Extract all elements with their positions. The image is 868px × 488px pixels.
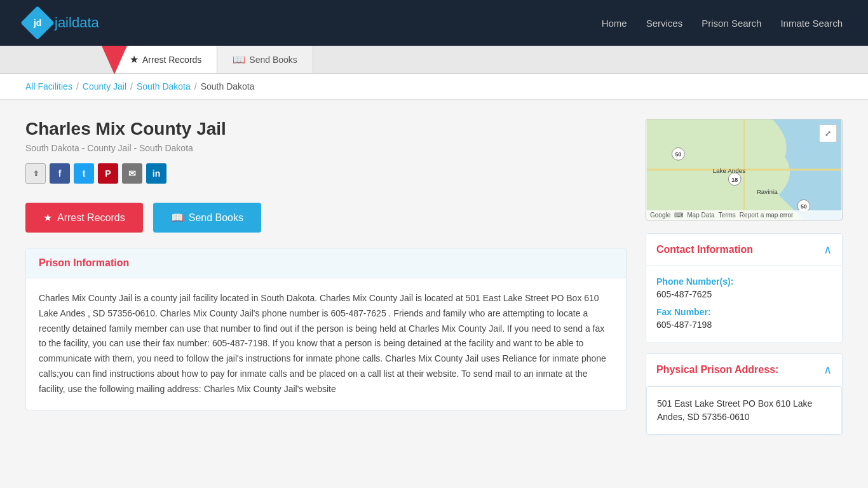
nav-item-prison-search[interactable]: Prison Search bbox=[702, 18, 761, 29]
main-content: Charles Mix County Jail South Dakota - C… bbox=[0, 100, 868, 454]
site-header: jd jaildata Home Services Prison Search … bbox=[0, 0, 868, 46]
address-collapse-icon[interactable]: ∧ bbox=[824, 363, 832, 377]
arrest-records-button-label: Arrest Records bbox=[57, 212, 125, 224]
main-nav: Home Services Prison Search Inmate Searc… bbox=[602, 18, 843, 29]
contact-title: Contact Information bbox=[656, 244, 753, 255]
nav-link-inmate-search[interactable]: Inmate Search bbox=[780, 18, 843, 29]
logo-initials: jd bbox=[34, 18, 41, 28]
svg-text:Lake Andes: Lake Andes bbox=[713, 167, 746, 174]
svg-text:50: 50 bbox=[801, 203, 807, 210]
prison-info-box: Prison Information Charles Mix County Ja… bbox=[25, 248, 627, 410]
nav-item-services[interactable]: Services bbox=[646, 18, 683, 29]
linkedin-icon[interactable]: in bbox=[146, 163, 166, 184]
tab-send-books[interactable]: 📖 Send Books bbox=[217, 46, 313, 73]
social-icons: ⇧ f t P ✉ in bbox=[25, 163, 627, 184]
facebook-icon[interactable]: f bbox=[50, 163, 70, 184]
right-column: 50 18 50 Lake Andes Ravinia YANKTON ⤢ Go… bbox=[646, 119, 843, 435]
tab-arrest-records-label: Arrest Records bbox=[142, 55, 201, 65]
map-svg: 50 18 50 Lake Andes Ravinia YANKTON bbox=[646, 119, 842, 220]
nav-list: Home Services Prison Search Inmate Searc… bbox=[602, 18, 843, 29]
contact-collapse-icon[interactable]: ∧ bbox=[824, 243, 832, 257]
address-panel: Physical Prison Address: ∧ 501 East Lake… bbox=[646, 353, 843, 435]
action-buttons: ★ Arrest Records 📖 Send Books bbox=[25, 203, 627, 233]
nav-link-home[interactable]: Home bbox=[602, 18, 627, 29]
breadcrumb-all-facilities[interactable]: All Facilities bbox=[25, 81, 72, 92]
logo-text: jaildata bbox=[55, 15, 99, 31]
contact-panel-header: Contact Information ∧ bbox=[646, 234, 842, 266]
phone-value: 605-487-7625 bbox=[656, 289, 832, 299]
address-panel-body: 501 East Lake Street PO Box 610 Lake And… bbox=[646, 386, 842, 435]
arrest-star-icon: ★ bbox=[43, 212, 52, 224]
logo-text-colored: data bbox=[72, 15, 99, 30]
prison-info-text: Charles Mix County Jail is a county jail… bbox=[39, 291, 613, 397]
phone-label: Phone Number(s): bbox=[656, 276, 832, 287]
arrest-records-button[interactable]: ★ Arrest Records bbox=[25, 203, 143, 233]
twitter-icon[interactable]: t bbox=[74, 163, 94, 184]
contact-panel: Contact Information ∧ Phone Number(s): 6… bbox=[646, 233, 843, 343]
map-data-label: Map Data bbox=[687, 212, 714, 219]
address-title: Physical Prison Address: bbox=[656, 364, 778, 376]
expand-icon: ⤢ bbox=[825, 129, 831, 138]
share-icon[interactable]: ⇧ bbox=[25, 163, 46, 184]
breadcrumb-sep-3: / bbox=[194, 81, 197, 92]
map-container: 50 18 50 Lake Andes Ravinia YANKTON ⤢ Go… bbox=[646, 119, 843, 220]
breadcrumb-bar: All Facilities / County Jail / South Dak… bbox=[0, 74, 868, 100]
nav-item-inmate-search[interactable]: Inmate Search bbox=[780, 18, 843, 29]
send-books-button-label: Send Books bbox=[189, 212, 243, 224]
breadcrumb-south-dakota[interactable]: South Dakota bbox=[137, 81, 191, 92]
map-expand-button[interactable]: ⤢ bbox=[819, 125, 837, 142]
left-column: Charles Mix County Jail South Dakota - C… bbox=[25, 119, 627, 435]
fax-value: 605-487-7198 bbox=[656, 320, 832, 330]
tab-arrest-records[interactable]: ★ Arrest Records bbox=[114, 46, 217, 73]
report-label: Report a map error bbox=[740, 212, 793, 219]
google-label: Google bbox=[650, 212, 670, 219]
breadcrumb-sep-2: / bbox=[130, 81, 133, 92]
fax-label: Fax Number: bbox=[656, 307, 832, 317]
svg-text:18: 18 bbox=[731, 177, 738, 183]
prison-info-body: Charles Mix County Jail is a county jail… bbox=[26, 278, 626, 410]
book-icon: 📖 bbox=[233, 53, 245, 65]
pinterest-icon[interactable]: P bbox=[98, 163, 118, 184]
address-text: 501 East Lake Street PO Box 610 Lake And… bbox=[657, 397, 831, 424]
contact-panel-body: Phone Number(s): 605-487-7625 Fax Number… bbox=[646, 266, 842, 342]
logo-text-plain: jail bbox=[55, 15, 72, 30]
nav-link-prison-search[interactable]: Prison Search bbox=[702, 18, 761, 29]
svg-text:Ravinia: Ravinia bbox=[757, 188, 778, 195]
tab-bar: ★ Arrest Records 📖 Send Books bbox=[0, 46, 868, 74]
send-books-button[interactable]: 📖 Send Books bbox=[153, 203, 261, 233]
star-icon: ★ bbox=[130, 53, 139, 65]
terms-label: Terms bbox=[719, 212, 736, 219]
breadcrumb: All Facilities / County Jail / South Dak… bbox=[25, 81, 843, 92]
facility-title: Charles Mix County Jail bbox=[25, 119, 627, 139]
tab-send-books-label: Send Books bbox=[249, 55, 297, 65]
facility-subtitle: South Dakota - County Jail - South Dakot… bbox=[25, 143, 627, 153]
send-books-icon: 📖 bbox=[171, 212, 184, 224]
svg-text:50: 50 bbox=[675, 151, 681, 158]
nav-item-home[interactable]: Home bbox=[602, 18, 627, 29]
breadcrumb-sep-1: / bbox=[76, 81, 79, 92]
prison-info-header: Prison Information bbox=[26, 248, 626, 278]
breadcrumb-county-jail[interactable]: County Jail bbox=[83, 81, 126, 92]
map-footer: Google ⌨ Map Data Terms Report a map err… bbox=[646, 210, 842, 220]
prison-info-title: Prison Information bbox=[39, 257, 613, 269]
logo[interactable]: jd jaildata bbox=[25, 11, 99, 35]
breadcrumb-current: South Dakota bbox=[201, 81, 255, 92]
logo-diamond: jd bbox=[20, 6, 55, 40]
keyboard-icon: ⌨ bbox=[674, 212, 683, 219]
address-panel-header: Physical Prison Address: ∧ bbox=[646, 354, 842, 386]
email-icon[interactable]: ✉ bbox=[122, 163, 142, 184]
nav-link-services[interactable]: Services bbox=[646, 18, 683, 29]
